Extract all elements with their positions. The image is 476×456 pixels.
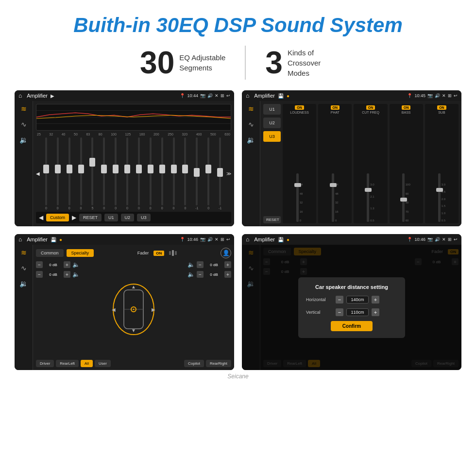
s2-eq-icon[interactable]: ≋	[248, 105, 254, 113]
eq-slider-2[interactable]: 0	[52, 137, 63, 210]
eq-slider-12[interactable]: 0	[169, 137, 179, 210]
u3-btn[interactable]: U3	[137, 214, 151, 221]
s2-close-icon[interactable]: ✕	[442, 93, 446, 98]
freq-80: 80	[99, 133, 102, 136]
arrow-left-btn[interactable]: ◀	[39, 214, 43, 221]
plus-bottomright[interactable]: +	[224, 271, 231, 278]
nav-left[interactable]: ◀	[36, 171, 40, 176]
play-icon[interactable]: ▶	[51, 93, 54, 99]
eq-slider-7[interactable]: 0	[110, 137, 121, 210]
preset-reset[interactable]: RESET	[263, 216, 281, 223]
speaker-icon[interactable]: 🔉	[19, 136, 28, 144]
s2-wave-icon[interactable]: ∿	[248, 120, 254, 128]
eq-slider-8[interactable]: 0	[122, 137, 133, 210]
stat2-desc-line2: Crossover Modes	[288, 59, 321, 77]
vertical-minus[interactable]: −	[336, 308, 343, 316]
minus-topright[interactable]: −	[197, 261, 204, 268]
screen3-specialty: ⌂ Amplifier 💾 ● 📍 10:46 📷 🔊 ✕ ⊞ ↩ ≋	[15, 234, 234, 370]
back-icon[interactable]: ↩	[226, 93, 230, 98]
s2-back-icon[interactable]: ↩	[454, 93, 458, 98]
preset-u3[interactable]: U3	[263, 131, 281, 142]
eq-slider-5[interactable]: 5	[87, 137, 98, 210]
common-tab[interactable]: Common	[36, 249, 64, 257]
s3-eq-icon[interactable]: ≋	[21, 249, 27, 256]
ch-loudness: ON LOUDNESS 64 48 32 16	[283, 104, 316, 223]
s3-window-icon[interactable]: ⊞	[221, 237, 224, 242]
plus-topleft[interactable]: +	[64, 261, 70, 268]
eq-slider-13[interactable]: 0	[180, 137, 191, 210]
user-profile-icon[interactable]: 👤	[221, 248, 231, 258]
eq-slider-10[interactable]: 0	[145, 137, 156, 210]
s3-speaker-icon[interactable]: 🔉	[19, 280, 28, 287]
s2-location-icon: 📍	[407, 93, 412, 98]
driver-btn[interactable]: Driver	[36, 360, 54, 367]
preset-u1[interactable]: U1	[263, 104, 281, 115]
plus-topright[interactable]: +	[224, 261, 231, 268]
s4-window-icon[interactable]: ⊞	[448, 237, 452, 242]
home-icon[interactable]: ⌂	[18, 92, 22, 99]
s2-speaker-icon[interactable]: 🔉	[247, 136, 255, 144]
nav-expand[interactable]: ≫	[226, 171, 231, 176]
screen1-time: 10:44	[187, 93, 198, 98]
minus-topleft[interactable]: −	[36, 261, 43, 268]
s4-home-icon[interactable]: ⌂	[246, 236, 249, 243]
s2-camera-icon: 📷	[427, 93, 433, 98]
screen1-title: Amplifier	[27, 93, 48, 99]
eq-slider-11[interactable]: 0	[157, 137, 168, 210]
freq-400: 400	[196, 133, 202, 136]
s4-close-icon[interactable]: ✕	[442, 237, 446, 242]
s4-dot-icon: ●	[287, 237, 289, 242]
preset-u2[interactable]: U2	[263, 118, 281, 128]
freq-100: 100	[111, 133, 117, 136]
s3-home-icon[interactable]: ⌂	[18, 236, 22, 243]
window-icon[interactable]: ⊞	[221, 93, 224, 98]
ch-sub-label: SUB	[438, 111, 445, 114]
eq-slider-3[interactable]: 0	[64, 137, 75, 210]
eq-slider-9[interactable]: 0	[134, 137, 144, 210]
eq-slider-6[interactable]: 0	[99, 137, 109, 210]
s3-wave-icon[interactable]: ∿	[21, 264, 27, 272]
minus-bottomleft[interactable]: −	[36, 271, 43, 278]
s3-close-icon[interactable]: ✕	[215, 237, 219, 242]
eq-slider-15[interactable]: 0	[203, 137, 214, 210]
stat1-desc: EQ Adjustable Segments	[179, 52, 225, 73]
minus-bottomright[interactable]: −	[197, 271, 204, 278]
specialty-tab[interactable]: Specialty	[67, 249, 94, 257]
vertical-plus[interactable]: +	[372, 308, 379, 316]
s4-back-icon[interactable]: ↩	[454, 237, 458, 242]
sp-db-row-topleft: − 0 dB + 🔈	[36, 261, 80, 268]
all-btn[interactable]: All	[81, 360, 93, 367]
eq-slider-4[interactable]: 0	[76, 137, 86, 210]
reset-btn[interactable]: RESET	[79, 214, 102, 221]
eq-slider-1[interactable]: 0	[41, 137, 51, 210]
u1-btn[interactable]: U1	[104, 214, 118, 221]
svg-text:◀: ◀	[112, 307, 116, 312]
eq-icon[interactable]: ≋	[21, 105, 27, 113]
u2-btn[interactable]: U2	[121, 214, 135, 221]
sp-db-row-topright: 🔈 − 0 dB +	[187, 261, 231, 268]
rearright-btn[interactable]: RearRight	[206, 360, 231, 367]
ch-sub-on: ON	[437, 105, 446, 110]
plus-bottomleft[interactable]: +	[64, 271, 70, 278]
s2-window-icon[interactable]: ⊞	[448, 93, 452, 98]
eq-line-svg	[36, 104, 231, 130]
horizontal-plus[interactable]: +	[372, 296, 379, 304]
arrow-right-btn[interactable]: ▶	[72, 214, 76, 221]
s3-back-icon[interactable]: ↩	[226, 237, 230, 242]
close-icon[interactable]: ✕	[215, 93, 219, 98]
dialog-title: Car speaker distance setting	[306, 284, 397, 290]
eq-slider-16[interactable]: -1	[215, 137, 225, 210]
s2-home-icon[interactable]: ⌂	[246, 92, 249, 99]
screen2-time: 10:45	[414, 93, 425, 98]
user-btn[interactable]: User	[95, 360, 111, 367]
confirm-button[interactable]: Confirm	[331, 321, 373, 331]
horizontal-row: Horizontal − 140cm +	[306, 296, 397, 304]
rearleft-btn[interactable]: RearLeft	[56, 360, 79, 367]
sp-left-controls: − 0 dB + 🔈 − 0 dB + 🔈	[36, 261, 80, 357]
horizontal-minus[interactable]: −	[336, 296, 343, 304]
freq-630: 630	[224, 133, 230, 136]
freq-500: 500	[210, 133, 216, 136]
copilot-btn[interactable]: Copilot	[184, 360, 204, 367]
wave-icon[interactable]: ∿	[21, 120, 27, 128]
eq-slider-14[interactable]: -1	[191, 137, 202, 210]
